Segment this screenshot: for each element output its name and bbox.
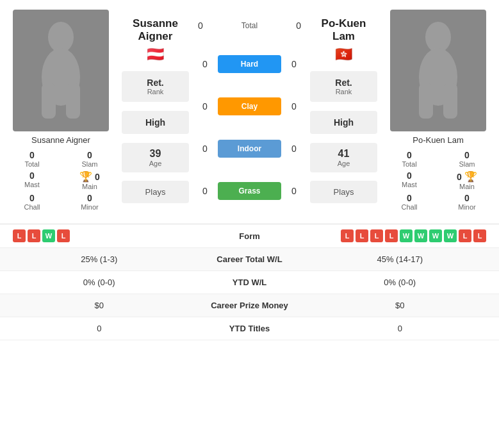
svg-rect-2 (42, 83, 56, 119)
right-badge-9: L (473, 229, 486, 242)
ytd-titles-row: 0 YTD Titles 0 (0, 317, 499, 340)
left-badge-1: L (28, 229, 40, 242)
left-stat-slam: 0 Slam (64, 150, 115, 168)
left-player-card: Susanne Aigner 0 Total 0 Slam 0 Mast 🏆 0… (6, 10, 115, 211)
right-high-box: High (310, 111, 377, 134)
right-rank-box: Ret. Rank (310, 71, 377, 102)
ytd-wl-left: 0% (0-0) (13, 278, 186, 287)
left-rank-box: Ret. Rank (122, 71, 189, 102)
right-age-box: 41 Age (310, 143, 377, 172)
svg-rect-3 (66, 83, 80, 119)
bottom-section: L L W L Form L L L L W W W W L L 25% (1-… (0, 224, 499, 340)
left-total-score: 0 (198, 21, 203, 31)
right-player-stats: 0 Total 0 Slam 0 Mast 0 🏆 Main 0 Chall (384, 150, 493, 211)
right-stat-mast: 0 Mast (384, 170, 435, 190)
right-flag: 🇭🇰 (310, 46, 377, 63)
ytd-titles-label: YTD Titles (186, 324, 314, 333)
left-stat-minor: 0 Minor (64, 193, 115, 211)
right-stat-slam: 0 Slam (441, 150, 493, 168)
career-total-label: Career Total W/L (186, 254, 314, 264)
grass-row: 0 Grass 0 (195, 182, 304, 200)
ytd-wl-right: 0% (0-0) (314, 278, 487, 287)
prize-money-right: $0 (314, 301, 487, 310)
right-badge-4: W (400, 229, 413, 242)
left-form-badges: L L W L (13, 229, 202, 242)
right-stat-main: 0 🏆 Main (441, 170, 493, 190)
right-badge-2: L (370, 229, 383, 242)
left-stat-mast: 0 Mast (6, 170, 58, 190)
ytd-wl-row: 0% (0-0) YTD W/L 0% (0-0) (0, 271, 499, 294)
left-badge-2: W (42, 229, 55, 242)
right-middle-panel: Po-Kuen Lam 🇭🇰 Ret. Rank High 41 Age Pla… (307, 10, 380, 211)
prize-money-left: $0 (13, 301, 186, 310)
career-total-row: 25% (1-3) Career Total W/L 45% (14-17) (0, 248, 499, 271)
right-stat-total: 0 Total (384, 150, 435, 168)
total-row: 0 Total 0 (195, 21, 304, 31)
svg-rect-6 (419, 83, 433, 119)
left-player-name: Susanne Aigner (31, 135, 90, 145)
grass-surface-btn[interactable]: Grass (218, 182, 281, 200)
clay-row: 0 Clay 0 (195, 97, 304, 115)
left-plays-box: Plays (122, 181, 189, 203)
indoor-row: 0 Indoor 0 (195, 140, 304, 158)
right-trophy-icon: 🏆 (464, 170, 477, 183)
svg-rect-7 (443, 83, 457, 119)
right-total-score: 0 (296, 21, 301, 31)
left-badge-0: L (13, 229, 26, 242)
right-badge-6: W (429, 229, 442, 242)
right-badge-7: W (444, 229, 457, 242)
right-badge-3: L (385, 229, 398, 242)
prize-money-row: $0 Career Prize Money $0 (0, 294, 499, 317)
left-player-stats: 0 Total 0 Slam 0 Mast 🏆 0 Main 0 Chall (6, 150, 115, 211)
left-badge-3: L (57, 229, 70, 242)
left-middle-panel: SusanneAigner 🇦🇹 Ret. Rank High 39 Age P… (119, 10, 192, 211)
left-flag: 🇦🇹 (133, 46, 178, 63)
left-age-box: 39 Age (122, 143, 189, 172)
left-high-box: High (122, 111, 189, 134)
right-plays-box: Plays (310, 181, 377, 203)
left-player-photo (13, 10, 109, 131)
indoor-surface-btn[interactable]: Indoor (218, 140, 281, 158)
left-stat-main: 🏆 0 Main (64, 170, 115, 190)
career-total-left: 25% (1-3) (13, 254, 186, 264)
ytd-wl-label: YTD W/L (186, 278, 314, 287)
prize-money-label: Career Prize Money (186, 301, 314, 310)
right-stat-minor: 0 Minor (441, 193, 493, 211)
right-player-card: Po-Kuen Lam 0 Total 0 Slam 0 Mast 0 🏆 Ma… (384, 10, 493, 211)
right-badge-1: L (356, 229, 368, 242)
form-label: Form (202, 231, 298, 241)
hard-surface-btn[interactable]: Hard (218, 55, 281, 73)
right-stat-chall: 0 Chall (384, 193, 435, 211)
svg-point-0 (48, 22, 74, 53)
hard-row: 0 Hard 0 (195, 55, 304, 73)
career-total-right: 45% (14-17) (314, 254, 487, 264)
center-stats: 0 Total 0 0 Hard 0 0 Clay 0 0 Indoor 0 (195, 10, 304, 211)
ytd-titles-left: 0 (13, 324, 186, 333)
left-center-name: SusanneAigner (133, 17, 178, 44)
left-stat-chall: 0 Chall (6, 193, 58, 211)
form-row: L L W L Form L L L L W W W W L L (0, 224, 499, 248)
right-player-name: Po-Kuen Lam (413, 135, 464, 145)
ytd-titles-right: 0 (314, 324, 487, 333)
left-trophy-icon: 🏆 (79, 170, 92, 183)
right-badge-0: L (341, 229, 354, 242)
clay-surface-btn[interactable]: Clay (218, 97, 281, 115)
right-player-photo (390, 10, 486, 131)
right-center-name: Po-Kuen Lam (310, 17, 377, 44)
svg-point-4 (425, 22, 451, 53)
right-form-badges: L L L L W W W W L L (298, 229, 487, 242)
left-stat-total: 0 Total (6, 150, 58, 168)
right-badge-5: W (414, 229, 427, 242)
right-badge-8: L (459, 229, 471, 242)
